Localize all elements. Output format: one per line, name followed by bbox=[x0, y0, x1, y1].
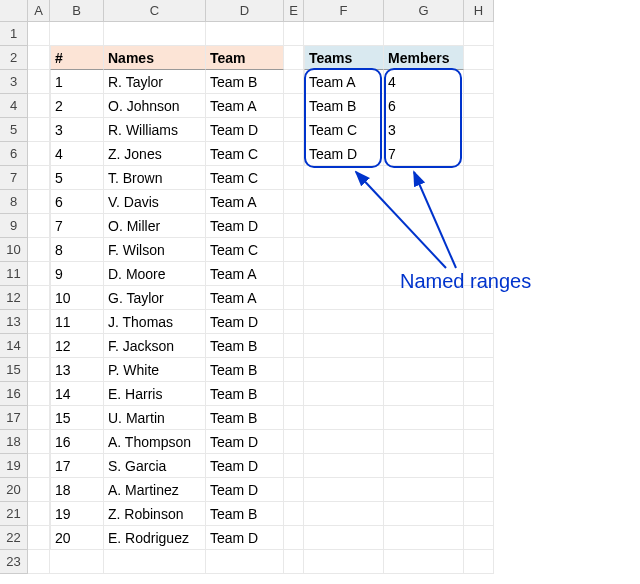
cell-F18[interactable] bbox=[304, 430, 384, 454]
cell-A14[interactable] bbox=[28, 334, 50, 358]
row-header-3[interactable]: 3 bbox=[0, 70, 28, 94]
cell-D2[interactable]: Team bbox=[206, 46, 284, 70]
cell-D8[interactable]: Team A bbox=[206, 190, 284, 214]
cell-G20[interactable] bbox=[384, 478, 464, 502]
cell-F2[interactable]: Teams bbox=[304, 46, 384, 70]
cell-A2[interactable] bbox=[28, 46, 50, 70]
cell-G6[interactable]: 7 bbox=[384, 142, 464, 166]
cell-F12[interactable] bbox=[304, 286, 384, 310]
cell-F17[interactable] bbox=[304, 406, 384, 430]
cell-A19[interactable] bbox=[28, 454, 50, 478]
cell-D15[interactable]: Team B bbox=[206, 358, 284, 382]
cell-G2[interactable]: Members bbox=[384, 46, 464, 70]
cell-A6[interactable] bbox=[28, 142, 50, 166]
cell-G17[interactable] bbox=[384, 406, 464, 430]
row-header-2[interactable]: 2 bbox=[0, 46, 28, 70]
cell-A22[interactable] bbox=[28, 526, 50, 550]
cell-C10[interactable]: F. Wilson bbox=[104, 238, 206, 262]
cell-B18[interactable]: 16 bbox=[50, 430, 104, 454]
row-header-11[interactable]: 11 bbox=[0, 262, 28, 286]
cell-D5[interactable]: Team D bbox=[206, 118, 284, 142]
cell-E5[interactable] bbox=[284, 118, 304, 142]
cell-H5[interactable] bbox=[464, 118, 494, 142]
cell-C5[interactable]: R. Williams bbox=[104, 118, 206, 142]
cell-F20[interactable] bbox=[304, 478, 384, 502]
cell-C9[interactable]: O. Miller bbox=[104, 214, 206, 238]
row-header-6[interactable]: 6 bbox=[0, 142, 28, 166]
row-header-17[interactable]: 17 bbox=[0, 406, 28, 430]
cell-C19[interactable]: S. Garcia bbox=[104, 454, 206, 478]
row-header-7[interactable]: 7 bbox=[0, 166, 28, 190]
cell-E20[interactable] bbox=[284, 478, 304, 502]
cell-D1[interactable] bbox=[206, 22, 284, 46]
row-header-8[interactable]: 8 bbox=[0, 190, 28, 214]
cell-H7[interactable] bbox=[464, 166, 494, 190]
cell-G19[interactable] bbox=[384, 454, 464, 478]
cell-H23[interactable] bbox=[464, 550, 494, 574]
cell-H8[interactable] bbox=[464, 190, 494, 214]
cell-E9[interactable] bbox=[284, 214, 304, 238]
cell-A18[interactable] bbox=[28, 430, 50, 454]
cell-B16[interactable]: 14 bbox=[50, 382, 104, 406]
cell-A23[interactable] bbox=[28, 550, 50, 574]
cell-E10[interactable] bbox=[284, 238, 304, 262]
cell-D6[interactable]: Team C bbox=[206, 142, 284, 166]
row-header-12[interactable]: 12 bbox=[0, 286, 28, 310]
cell-H18[interactable] bbox=[464, 430, 494, 454]
cell-G18[interactable] bbox=[384, 430, 464, 454]
cell-G8[interactable] bbox=[384, 190, 464, 214]
row-header-19[interactable]: 19 bbox=[0, 454, 28, 478]
cell-G15[interactable] bbox=[384, 358, 464, 382]
cell-D3[interactable]: Team B bbox=[206, 70, 284, 94]
cell-E1[interactable] bbox=[284, 22, 304, 46]
cell-E17[interactable] bbox=[284, 406, 304, 430]
cell-E21[interactable] bbox=[284, 502, 304, 526]
cell-G9[interactable] bbox=[384, 214, 464, 238]
cell-D18[interactable]: Team D bbox=[206, 430, 284, 454]
cell-B4[interactable]: 2 bbox=[50, 94, 104, 118]
cell-F14[interactable] bbox=[304, 334, 384, 358]
cell-E8[interactable] bbox=[284, 190, 304, 214]
cell-B9[interactable]: 7 bbox=[50, 214, 104, 238]
cell-E18[interactable] bbox=[284, 430, 304, 454]
cell-C16[interactable]: E. Harris bbox=[104, 382, 206, 406]
row-header-15[interactable]: 15 bbox=[0, 358, 28, 382]
row-header-21[interactable]: 21 bbox=[0, 502, 28, 526]
cell-A21[interactable] bbox=[28, 502, 50, 526]
cell-C21[interactable]: Z. Robinson bbox=[104, 502, 206, 526]
cell-C14[interactable]: F. Jackson bbox=[104, 334, 206, 358]
row-header-1[interactable]: 1 bbox=[0, 22, 28, 46]
cell-G3[interactable]: 4 bbox=[384, 70, 464, 94]
cell-B8[interactable]: 6 bbox=[50, 190, 104, 214]
col-header-C[interactable]: C bbox=[104, 0, 206, 22]
cell-F16[interactable] bbox=[304, 382, 384, 406]
row-header-20[interactable]: 20 bbox=[0, 478, 28, 502]
row-header-16[interactable]: 16 bbox=[0, 382, 28, 406]
cell-D13[interactable]: Team D bbox=[206, 310, 284, 334]
cell-C18[interactable]: A. Thompson bbox=[104, 430, 206, 454]
cell-F23[interactable] bbox=[304, 550, 384, 574]
cell-G10[interactable] bbox=[384, 238, 464, 262]
cell-F21[interactable] bbox=[304, 502, 384, 526]
cell-A20[interactable] bbox=[28, 478, 50, 502]
cell-E12[interactable] bbox=[284, 286, 304, 310]
cell-E23[interactable] bbox=[284, 550, 304, 574]
cell-F13[interactable] bbox=[304, 310, 384, 334]
row-header-10[interactable]: 10 bbox=[0, 238, 28, 262]
cell-H1[interactable] bbox=[464, 22, 494, 46]
col-header-B[interactable]: B bbox=[50, 0, 104, 22]
cell-E3[interactable] bbox=[284, 70, 304, 94]
cell-A16[interactable] bbox=[28, 382, 50, 406]
cell-H2[interactable] bbox=[464, 46, 494, 70]
cell-F19[interactable] bbox=[304, 454, 384, 478]
row-header-13[interactable]: 13 bbox=[0, 310, 28, 334]
cell-B17[interactable]: 15 bbox=[50, 406, 104, 430]
cell-A8[interactable] bbox=[28, 190, 50, 214]
cell-H9[interactable] bbox=[464, 214, 494, 238]
cell-F15[interactable] bbox=[304, 358, 384, 382]
cell-H10[interactable] bbox=[464, 238, 494, 262]
col-header-H[interactable]: H bbox=[464, 0, 494, 22]
cell-F10[interactable] bbox=[304, 238, 384, 262]
cell-E15[interactable] bbox=[284, 358, 304, 382]
cell-G23[interactable] bbox=[384, 550, 464, 574]
